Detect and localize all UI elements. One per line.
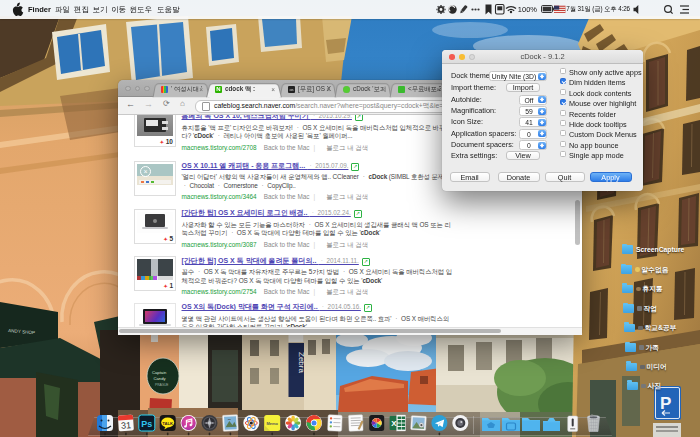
svg-text:Memo: Memo [266, 421, 278, 426]
svg-text:X: X [391, 419, 397, 428]
svg-text:Zebra: Zebra [297, 352, 306, 373]
svg-text:Ps: Ps [141, 419, 152, 429]
svg-text:TALK: TALK [162, 421, 173, 426]
svg-text:31: 31 [121, 420, 132, 431]
svg-text:PRAGUE: PRAGUE [155, 383, 168, 387]
svg-text:Captain: Captain [152, 370, 167, 375]
svg-text:Candy: Candy [154, 376, 167, 381]
